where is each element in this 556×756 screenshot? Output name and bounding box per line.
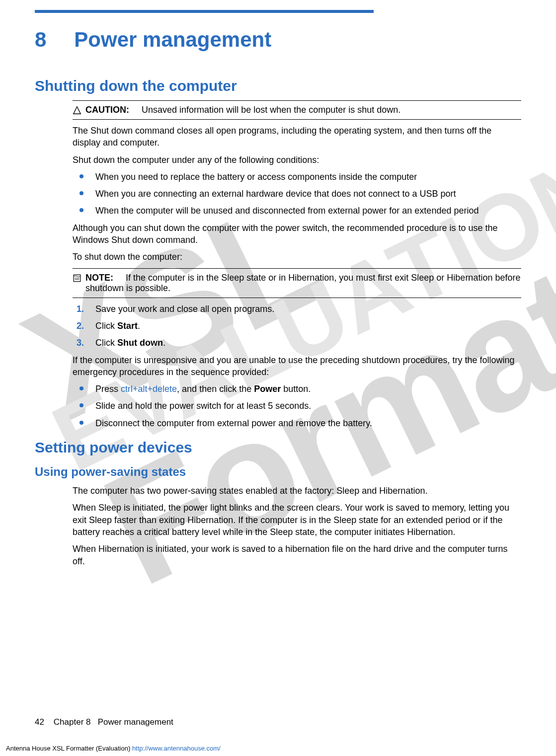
note-text: NOTE: If the computer is in the Sleep st… <box>85 273 521 294</box>
list-item: Disconnect the computer from external po… <box>73 417 521 429</box>
note-body: If the computer is in the Sleep state or… <box>85 273 520 293</box>
ui-term: Shut down <box>117 338 163 348</box>
caution-text: CAUTION: Unsaved information will be los… <box>85 105 521 115</box>
ui-term: Start <box>117 321 138 331</box>
note-callout: NOTE: If the computer is in the Sleep st… <box>73 273 521 294</box>
step-item: Save your work and close all open progra… <box>73 303 521 315</box>
eval-text: Antenna House XSL Formatter (Evaluation) <box>6 745 132 752</box>
eval-url-link[interactable]: http://www.antennahouse.com/ <box>132 745 221 752</box>
text: Press <box>95 384 121 394</box>
paragraph: When Hibernation is initiated, your work… <box>73 543 521 567</box>
subsection-title-power-saving-states: Using power-saving states <box>35 465 521 479</box>
bullet-list: Press ctrl+alt+delete, and then click th… <box>73 383 521 429</box>
list-item: When you are connecting an external hard… <box>73 188 521 200</box>
footer-chapter: Chapter 8 <box>54 717 91 727</box>
svg-marker-0 <box>74 107 80 114</box>
list-item: Slide and hold the power switch for at l… <box>73 400 521 412</box>
caution-icon <box>73 106 82 115</box>
paragraph: Although you can shut down the computer … <box>73 222 521 246</box>
text: . <box>163 338 165 348</box>
text: , and then click the <box>177 384 254 394</box>
chapter-heading: 8 Power management <box>35 28 521 52</box>
text: . <box>138 321 140 331</box>
page-footer: 42 Chapter 8 Power management <box>35 717 173 727</box>
rule <box>73 298 521 298</box>
note-label: NOTE: <box>85 273 113 283</box>
section-title-setting-power: Setting power devices <box>35 439 521 456</box>
list-item: Press ctrl+alt+delete, and then click th… <box>73 383 521 395</box>
section-title-shutting-down: Shutting down the computer <box>35 77 521 94</box>
ui-term: Power <box>254 384 281 394</box>
footer-title: Power management <box>98 717 173 727</box>
paragraph: The computer has two power-saving states… <box>73 485 521 497</box>
section1-body: CAUTION: Unsaved information will be los… <box>73 100 521 429</box>
rule <box>73 119 521 120</box>
text: button. <box>281 384 311 394</box>
key-combo: ctrl+alt+delete <box>121 384 177 394</box>
list-item: When the computer will be unused and dis… <box>73 205 521 217</box>
paragraph: When Sleep is initiated, the power light… <box>73 502 521 538</box>
step-item: Click Start. <box>73 320 521 332</box>
text: Click <box>95 321 117 331</box>
steps-list: Save your work and close all open progra… <box>73 303 521 349</box>
step-item: Click Shut down. <box>73 337 521 349</box>
paragraph: The Shut down command closes all open pr… <box>73 125 521 149</box>
paragraph: To shut down the computer: <box>73 251 521 263</box>
caution-label: CAUTION: <box>85 105 129 115</box>
bullet-list: When you need to replace the battery or … <box>73 171 521 217</box>
paragraph: Shut down the computer under any of the … <box>73 154 521 166</box>
page-number: 42 <box>35 717 44 727</box>
rule <box>73 100 521 101</box>
list-item: When you need to replace the battery or … <box>73 171 521 183</box>
chapter-number: 8 <box>35 28 46 52</box>
text: Click <box>95 338 117 348</box>
caution-body: Unsaved information will be lost when th… <box>142 105 400 115</box>
paragraph: If the computer is unresponsive and you … <box>73 354 521 378</box>
caution-callout: CAUTION: Unsaved information will be los… <box>73 105 521 115</box>
note-icon <box>73 274 82 283</box>
section2-body: The computer has two power-saving states… <box>73 485 521 567</box>
eval-footer: Antenna House XSL Formatter (Evaluation)… <box>6 745 221 752</box>
rule <box>73 268 521 269</box>
top-accent-bar <box>35 10 374 13</box>
page: XSL Formatter EVALUATION 8 Power managem… <box>0 0 556 756</box>
chapter-title: Power management <box>74 28 271 52</box>
